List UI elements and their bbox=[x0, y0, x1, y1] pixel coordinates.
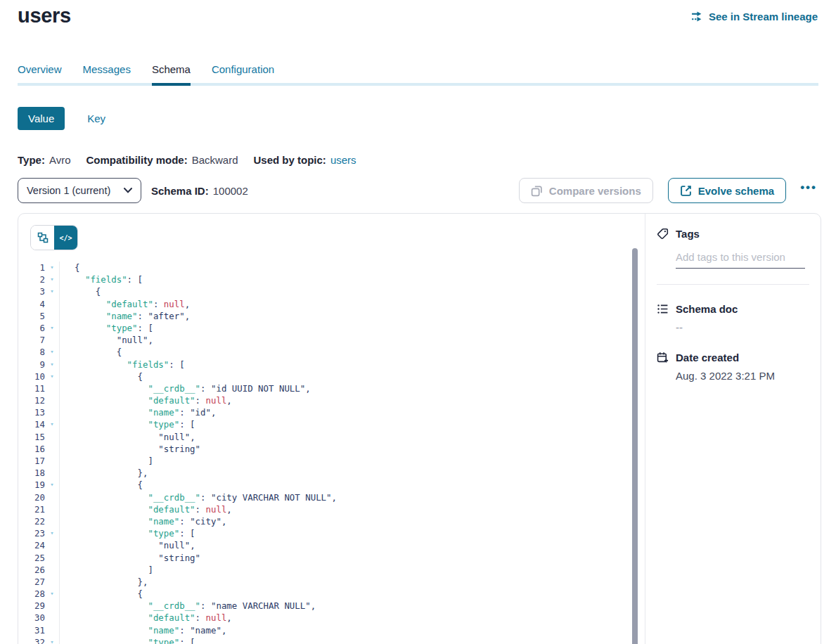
line-number: 6 bbox=[18, 322, 45, 334]
fold-caret-icon[interactable]: ▾ bbox=[45, 322, 60, 334]
code-text: "fields": [ bbox=[60, 273, 143, 285]
code-line: 27 }, bbox=[18, 576, 634, 588]
editor-scrollbar[interactable] bbox=[632, 248, 638, 644]
fold-caret-empty bbox=[45, 467, 60, 479]
code-text: "name": "after", bbox=[60, 310, 190, 322]
code-line: 13 "name": "id", bbox=[18, 406, 634, 418]
code-line: 31 "name": "name", bbox=[18, 624, 634, 636]
evolve-schema-button[interactable]: Evolve schema bbox=[668, 178, 786, 203]
topic-link[interactable]: users bbox=[330, 154, 356, 166]
code-line: 29 "__crdb__": "name VARCHAR NULL", bbox=[18, 600, 634, 612]
compare-versions-label: Compare versions bbox=[549, 185, 641, 197]
fold-caret-empty bbox=[45, 539, 60, 551]
code-text: "string" bbox=[60, 443, 200, 455]
code-text: "type": [ bbox=[60, 527, 195, 539]
fold-caret-icon[interactable]: ▾ bbox=[45, 262, 60, 273]
code-text: "__crdb__": "id UUID NOT NULL", bbox=[60, 382, 311, 394]
code-line: 23▾ "type": [ bbox=[18, 527, 634, 539]
code-text: "fields": [ bbox=[60, 359, 185, 371]
fold-caret-icon[interactable]: ▾ bbox=[45, 285, 60, 297]
compare-versions-button[interactable]: Compare versions bbox=[519, 178, 653, 203]
code-text: "type": [ bbox=[60, 418, 195, 430]
tab-messages[interactable]: Messages bbox=[83, 62, 131, 83]
more-options-button[interactable]: ••• bbox=[796, 181, 821, 200]
code-line: 30 "default": null, bbox=[18, 612, 634, 624]
code-text: "__crdb__": "name VARCHAR NULL", bbox=[60, 600, 316, 612]
fold-caret-empty bbox=[45, 334, 60, 346]
fold-caret-icon[interactable]: ▾ bbox=[45, 371, 60, 382]
sidebar-divider bbox=[657, 284, 809, 285]
line-number: 13 bbox=[18, 406, 45, 418]
value-toggle-button[interactable]: Value bbox=[18, 107, 65, 130]
code-text: { bbox=[60, 479, 143, 491]
type-label: Type: bbox=[18, 154, 45, 166]
fold-caret-empty bbox=[45, 552, 60, 564]
fold-caret-icon[interactable]: ▾ bbox=[45, 479, 60, 491]
code-line: 6▾ "type": [ bbox=[18, 322, 634, 334]
code-line: 4 "default": null, bbox=[18, 298, 634, 310]
line-number: 7 bbox=[18, 334, 45, 346]
line-number: 28 bbox=[18, 588, 45, 600]
code-line: 15 "null", bbox=[18, 431, 634, 443]
code-text: }, bbox=[60, 467, 148, 479]
line-number: 15 bbox=[18, 431, 45, 443]
code-text: "default": null, bbox=[60, 298, 190, 310]
line-number: 31 bbox=[18, 624, 45, 636]
code-text: "string" bbox=[60, 552, 200, 564]
code-line: 20 "__crdb__": "city VARCHAR NOT NULL", bbox=[18, 491, 634, 503]
line-number: 26 bbox=[18, 564, 45, 576]
code-text: ] bbox=[60, 455, 153, 467]
stream-lineage-link[interactable]: See in Stream lineage bbox=[691, 11, 818, 22]
line-number: 10 bbox=[18, 371, 45, 382]
fold-caret-empty bbox=[45, 600, 60, 612]
fold-caret-icon[interactable]: ▾ bbox=[45, 273, 60, 285]
code-text: "type": [ bbox=[60, 322, 153, 334]
schema-doc-title: Schema doc bbox=[676, 303, 738, 315]
fold-caret-empty bbox=[45, 298, 60, 310]
fold-caret-icon[interactable]: ▾ bbox=[45, 346, 60, 358]
tag-icon bbox=[657, 228, 669, 240]
code-line: 16 "string" bbox=[18, 443, 634, 455]
stream-lineage-label: See in Stream lineage bbox=[709, 11, 818, 22]
fold-caret-icon[interactable]: ▾ bbox=[45, 527, 60, 539]
code-text: "null", bbox=[60, 431, 195, 443]
schema-doc-header: Schema doc bbox=[657, 303, 809, 315]
tree-view-button[interactable] bbox=[31, 226, 54, 250]
fold-caret-empty bbox=[45, 576, 60, 588]
fold-caret-empty bbox=[45, 310, 60, 322]
line-number: 29 bbox=[18, 600, 45, 612]
code-text: { bbox=[60, 588, 143, 600]
code-line: 19▾ { bbox=[18, 479, 634, 491]
stream-lineage-icon bbox=[691, 11, 703, 22]
code-line: 24 "null", bbox=[18, 539, 634, 551]
fold-caret-icon[interactable]: ▾ bbox=[45, 636, 60, 644]
code-text: "__crdb__": "city VARCHAR NOT NULL", bbox=[60, 491, 337, 503]
tab-configuration[interactable]: Configuration bbox=[212, 62, 274, 83]
fold-caret-empty bbox=[45, 382, 60, 394]
line-number: 5 bbox=[18, 310, 45, 322]
key-toggle-button[interactable]: Key bbox=[87, 112, 105, 124]
line-number: 16 bbox=[18, 443, 45, 455]
tab-schema[interactable]: Schema bbox=[152, 62, 191, 86]
fold-caret-empty bbox=[45, 515, 60, 527]
schema-doc-value: -- bbox=[676, 321, 809, 333]
fold-caret-icon[interactable]: ▾ bbox=[45, 588, 60, 600]
fold-caret-icon[interactable]: ▾ bbox=[45, 359, 60, 371]
schema-controls: Version 1 (current) Schema ID: 100002 Co… bbox=[18, 178, 821, 203]
tags-title: Tags bbox=[676, 228, 700, 240]
meta-topic: Used by topic: users bbox=[254, 154, 356, 166]
tags-input[interactable] bbox=[676, 250, 805, 269]
version-select[interactable]: Version 1 (current) bbox=[18, 178, 141, 203]
code-line: 18 }, bbox=[18, 467, 634, 479]
schema-editor: </> 1▾{2▾ "fields": [3▾ {4 "default": nu… bbox=[18, 214, 645, 644]
fold-caret-icon[interactable]: ▾ bbox=[45, 418, 60, 430]
code-line: 7 "null", bbox=[18, 334, 634, 346]
code-line: 5 "name": "after", bbox=[18, 310, 634, 322]
line-number: 3 bbox=[18, 285, 45, 297]
schema-id: Schema ID: 100002 bbox=[151, 185, 248, 197]
code-lines: 1▾{2▾ "fields": [3▾ {4 "default": null,5… bbox=[18, 262, 634, 644]
code-view-button[interactable]: </> bbox=[54, 226, 77, 250]
code-line: 11 "__crdb__": "id UUID NOT NULL", bbox=[18, 382, 634, 394]
tab-overview[interactable]: Overview bbox=[18, 62, 62, 83]
meta-type: Type: Avro bbox=[18, 154, 70, 166]
